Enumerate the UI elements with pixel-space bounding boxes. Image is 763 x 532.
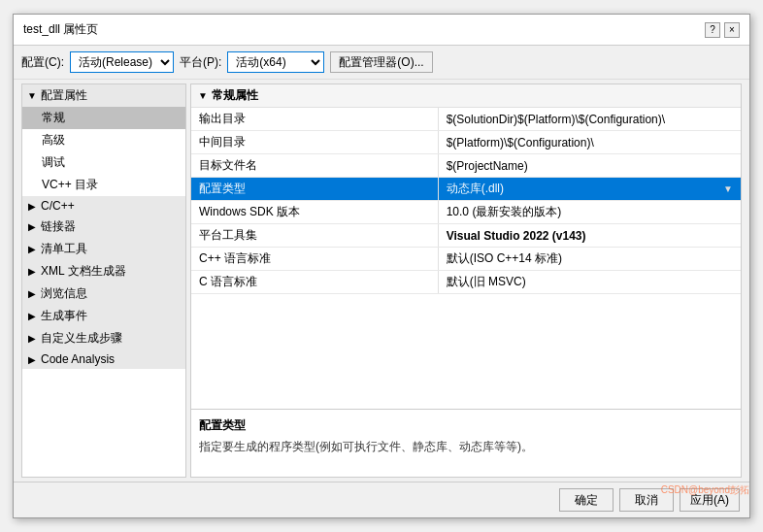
title-bar: test_dll 属性页 ? ×	[14, 15, 749, 46]
props-value-0: $(SolutionDir)$(Platform)\$(Configuratio…	[439, 108, 741, 130]
props-section-arrow: ▼	[197, 90, 209, 102]
tree-item-3[interactable]: VC++ 目录	[22, 174, 185, 196]
toolbar: 配置(C): 活动(Release) 平台(P): 活动(x64) 配置管理器(…	[14, 46, 749, 80]
config-type-dropdown-arrow: ▼	[723, 183, 733, 194]
tree-item-2[interactable]: 调试	[22, 151, 185, 174]
main-content: ▼ 配置属性 常规 高级 调试 VC++ 目录 ▶ C/C++ ▶ 链接器	[14, 80, 749, 482]
props-row-2[interactable]: 目标文件名 $(ProjectName)	[191, 154, 741, 178]
tree-item-cpp[interactable]: ▶ C/C++	[22, 196, 185, 216]
description-text: 指定要生成的程序类型(例如可执行文件、静态库、动态库等等)。	[199, 438, 733, 455]
props-table: ▼ 常规属性 输出目录 $(SolutionDir)$(Platform)\$(…	[191, 84, 741, 409]
tree-build-events-arrow: ▶	[26, 311, 38, 322]
props-value-4: 10.0 (最新安装的版本)	[439, 201, 741, 223]
tree-item-label-3: VC++ 目录	[42, 177, 98, 193]
props-row-7[interactable]: C 语言标准 默认(旧 MSVC)	[191, 271, 741, 294]
tree-item-linker[interactable]: ▶ 链接器	[22, 216, 185, 238]
props-key-2: 目标文件名	[191, 154, 439, 177]
props-key-6: C++ 语言标准	[191, 248, 439, 270]
config-select[interactable]: 活动(Release)	[70, 51, 174, 73]
props-value-2: $(ProjectName)	[439, 154, 741, 177]
props-row-3[interactable]: 配置类型 动态库(.dll) ▼	[191, 178, 741, 201]
props-key-7: C 语言标准	[191, 271, 439, 293]
dialog: test_dll 属性页 ? × 配置(C): 活动(Release) 平台(P…	[13, 14, 750, 518]
tree-item-label-0: 常规	[42, 110, 65, 126]
props-value-3: 动态库(.dll) ▼	[439, 178, 741, 200]
tree-item-label-code-analysis: Code Analysis	[41, 352, 115, 366]
platform-label: 平台(P):	[180, 54, 221, 71]
tree-xml-arrow: ▶	[26, 266, 38, 278]
platform-select[interactable]: 活动(x64)	[227, 51, 324, 73]
tree-item-0[interactable]: 常规	[22, 107, 185, 129]
ok-button[interactable]: 确定	[559, 488, 614, 512]
tree-item-label-2: 调试	[42, 154, 65, 171]
props-value-7: 默认(旧 MSVC)	[439, 271, 741, 293]
tree-item-label-xml: XML 文档生成器	[41, 263, 126, 280]
tree-linker-arrow: ▶	[26, 221, 38, 233]
props-section-header: ▼ 常规属性	[191, 84, 741, 108]
left-panel: ▼ 配置属性 常规 高级 调试 VC++ 目录 ▶ C/C++ ▶ 链接器	[21, 83, 186, 478]
description-title: 配置类型	[199, 417, 733, 434]
props-row-4[interactable]: Windows SDK 版本 10.0 (最新安装的版本)	[191, 201, 741, 224]
watermark: CSDN@beyond彭拓	[661, 483, 749, 497]
props-key-3: 配置类型	[191, 178, 439, 200]
props-key-1: 中间目录	[191, 131, 439, 153]
description-panel: 配置类型 指定要生成的程序类型(例如可执行文件、静态库、动态库等等)。	[191, 409, 741, 477]
tree-item-label-cpp: C/C++	[41, 199, 75, 213]
bottom-bar: 确定 取消 应用(A)	[14, 482, 749, 517]
tree-item-label-custom: 自定义生成步骤	[41, 330, 122, 347]
tree-item-code-analysis[interactable]: ▶ Code Analysis	[22, 349, 185, 369]
tree-manifest-arrow: ▶	[26, 244, 38, 255]
props-row-1[interactable]: 中间目录 $(Platform)\$(Configuration)\	[191, 131, 741, 154]
props-value-5: Visual Studio 2022 (v143)	[439, 224, 741, 247]
tree-item-label-1: 高级	[42, 132, 65, 149]
props-key-5: 平台工具集	[191, 224, 439, 247]
close-button[interactable]: ×	[724, 22, 740, 38]
tree-item-build-events[interactable]: ▶ 生成事件	[22, 305, 185, 327]
tree-item-label-manifest: 清单工具	[41, 241, 87, 257]
tree-item-label-build-events: 生成事件	[41, 308, 87, 324]
help-button[interactable]: ?	[705, 22, 720, 38]
props-row-6[interactable]: C++ 语言标准 默认(ISO C++14 标准)	[191, 248, 741, 271]
tree-item-manifest[interactable]: ▶ 清单工具	[22, 238, 185, 260]
config-label: 配置(C):	[21, 54, 64, 71]
tree-item-label-browse: 浏览信息	[41, 285, 87, 302]
tree-code-analysis-arrow: ▶	[26, 353, 38, 365]
config-manager-button[interactable]: 配置管理器(O)...	[330, 51, 432, 73]
props-key-0: 输出目录	[191, 108, 439, 130]
tree-custom-arrow: ▶	[26, 333, 38, 345]
props-row-5[interactable]: 平台工具集 Visual Studio 2022 (v143)	[191, 224, 741, 248]
title-controls: ? ×	[705, 22, 740, 38]
dialog-title: test_dll 属性页	[23, 21, 98, 38]
tree-browse-arrow: ▶	[26, 288, 38, 300]
props-value-6: 默认(ISO C++14 标准)	[439, 248, 741, 270]
props-row-0[interactable]: 输出目录 $(SolutionDir)$(Platform)\$(Configu…	[191, 108, 741, 131]
tree-root-label: 配置属性	[41, 87, 87, 104]
tree-root-arrow: ▼	[26, 90, 38, 102]
tree-item-browse[interactable]: ▶ 浏览信息	[22, 283, 185, 305]
right-panel: ▼ 常规属性 输出目录 $(SolutionDir)$(Platform)\$(…	[190, 83, 742, 478]
props-value-1: $(Platform)\$(Configuration)\	[439, 131, 741, 153]
tree-item-custom[interactable]: ▶ 自定义生成步骤	[22, 327, 185, 349]
tree-item-label-linker: 链接器	[41, 218, 76, 235]
props-key-4: Windows SDK 版本	[191, 201, 439, 223]
tree-cpp-arrow: ▶	[26, 200, 38, 212]
props-section-title: 常规属性	[212, 87, 258, 104]
tree-item-1[interactable]: 高级	[22, 129, 185, 151]
tree-item-xml[interactable]: ▶ XML 文档生成器	[22, 260, 185, 283]
tree-root[interactable]: ▼ 配置属性	[22, 84, 185, 107]
